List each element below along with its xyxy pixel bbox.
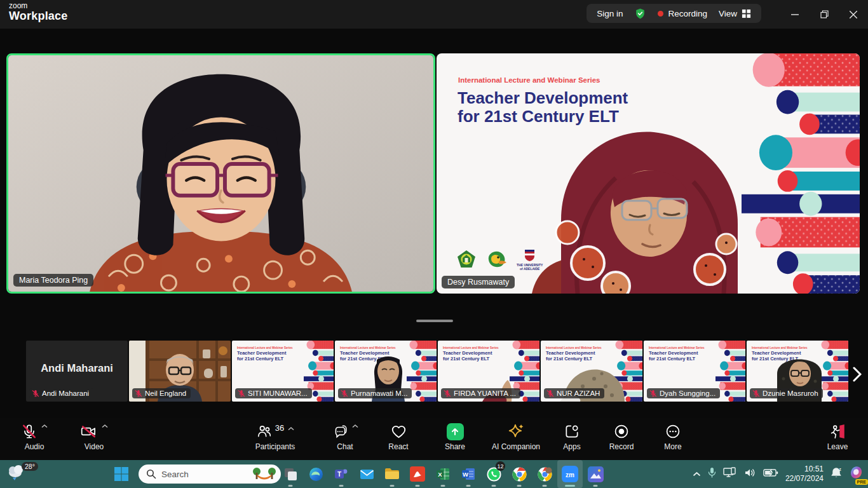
weather-temperature: 28° [22,462,38,471]
weather-widget[interactable]: 28° [6,462,38,481]
recording-indicator[interactable]: Recording [658,9,707,18]
leave-icon [829,423,846,440]
apps-button[interactable]: Apps [552,422,592,451]
filmstrip-next-button[interactable] [849,363,865,385]
pdf-app-button[interactable] [405,460,430,488]
muted-mic-icon [135,390,142,397]
audio-button[interactable]: Audio [9,422,60,451]
word-button[interactable]: W [456,460,481,488]
svg-text:W: W [463,471,468,478]
zoom-app-button[interactable]: zm [557,460,583,488]
svg-text:T: T [337,471,341,478]
task-view-icon [283,466,298,482]
minimize-button[interactable] [780,0,810,29]
chrome-icon [537,466,553,482]
notifications-bell-icon[interactable]: z [831,467,842,481]
thumbnail-purnamawati[interactable]: International Lecture and Webinar Series… [335,341,437,402]
window-controls [780,0,868,29]
svg-text:zm: zm [566,471,574,478]
video-stage: Maria Teodora Ping International Lecture… [0,29,868,418]
chrome-icon [512,466,527,482]
thumbnail-dzunie-masruroh[interactable]: International Lecture and Webinar Series… [747,341,848,402]
maria-webcam-video [8,55,433,292]
chrome-profile1-button[interactable] [506,460,532,488]
mail-icon [359,466,375,482]
muted-camera-icon [80,423,98,440]
slide-decoration-pattern [715,341,745,402]
sign-in-button[interactable]: Sign in [597,9,623,18]
mic-in-use-icon[interactable] [708,467,716,481]
system-tray: 10:51 22/07/2024 z PRE [693,460,864,488]
title-bar: zoom Workplace Sign in Recording View [0,0,868,29]
video-tile-desy[interactable]: International Lecture and Webinar Series… [437,53,860,294]
thumbnail-neil-england[interactable]: Neil England [129,341,231,402]
thumbnail-nur-azizah[interactable]: International Lecture and Webinar Series… [541,341,642,402]
tray-chevron-up-icon[interactable] [693,468,701,480]
video-button[interactable]: Video [69,422,119,451]
participants-options-caret[interactable] [288,424,294,433]
desy-webcam-video [437,53,860,294]
file-explorer-button[interactable] [379,460,405,488]
mail-button[interactable] [354,460,379,488]
cast-device-icon[interactable] [723,467,737,481]
react-button[interactable]: React [376,422,421,451]
video-tile-maria[interactable]: Maria Teodora Ping [6,53,435,294]
muted-mic-icon [649,390,657,397]
thumbnail-firda-yuanita[interactable]: International Lecture and Webinar Series… [438,341,539,402]
logo-zoom-text: zoom [9,2,68,10]
teams-button[interactable]: T [329,460,354,488]
filmstrip-resize-handle[interactable] [416,320,453,322]
participants-count: 36 [275,423,284,433]
chat-options-caret[interactable] [352,422,358,431]
muted-mic-icon [546,390,554,397]
thumbnail-name-label: SITI MUNAWAR... [235,388,312,398]
video-options-caret[interactable] [102,422,108,431]
thumbnail-siti-munawar[interactable]: International Lecture and Webinar Series… [232,341,334,402]
chat-button[interactable]: Chat [321,422,369,451]
chat-icon [332,423,348,440]
edge-browser-button[interactable] [303,460,329,488]
copilot-pre-badge: PRE [855,479,868,485]
photos-button[interactable] [583,460,608,488]
thumbnail-name-label: NUR AZIZAH [544,388,604,398]
thumbnail-andi-maharani[interactable]: Andi Maharani Andi Maharani [26,341,128,402]
view-button[interactable]: View [719,9,751,18]
taskbar-search[interactable]: Search [139,464,281,484]
chrome-profile2-button[interactable] [532,460,557,488]
record-button[interactable]: Record [597,422,646,451]
teams-icon: T [334,466,349,482]
close-button[interactable] [839,0,868,29]
muted-mic-icon [238,390,245,397]
chevron-right-icon [853,367,862,382]
pdf-app-icon [410,466,425,482]
excel-button[interactable]: X [430,460,456,488]
muted-mic-icon [444,390,451,397]
whatsapp-button[interactable]: 12 [481,460,506,488]
windows-logo-icon [113,466,130,482]
task-view-button[interactable] [278,460,303,488]
windows-taskbar: 28° Search [0,460,868,488]
audio-options-caret[interactable] [41,422,48,431]
ai-companion-button[interactable]: AI Companion [480,422,552,451]
start-button[interactable] [113,466,130,485]
restore-button[interactable] [810,0,839,29]
participant-display-name: Andi Maharani [26,362,128,374]
battery-icon[interactable] [763,468,778,480]
thumbnail-dyah-sungging[interactable]: International Lecture and Webinar Series… [644,341,745,402]
tray-date: 22/07/2024 [785,474,824,484]
participant-name-tag: Maria Teodora Ping [13,274,93,287]
more-button[interactable]: More [652,422,694,451]
excel-icon: X [435,466,451,482]
muted-mic-icon [21,423,37,440]
thumbnail-name-label: Neil England [132,388,191,398]
clock-widget[interactable]: 10:51 22/07/2024 [785,464,824,484]
whatsapp-badge: 12 [496,461,505,471]
taskbar-app-icons: T X W 12 [278,460,608,488]
volume-icon[interactable] [744,468,756,480]
copilot-button[interactable]: PRE [849,465,864,483]
thumbnail-name-label: Dyah Sungging... [647,388,720,398]
share-button[interactable]: Share [431,422,479,451]
participants-button[interactable]: 36 Participants [238,422,312,451]
leave-button[interactable]: Leave [812,422,863,451]
security-shield-icon[interactable] [634,8,646,20]
